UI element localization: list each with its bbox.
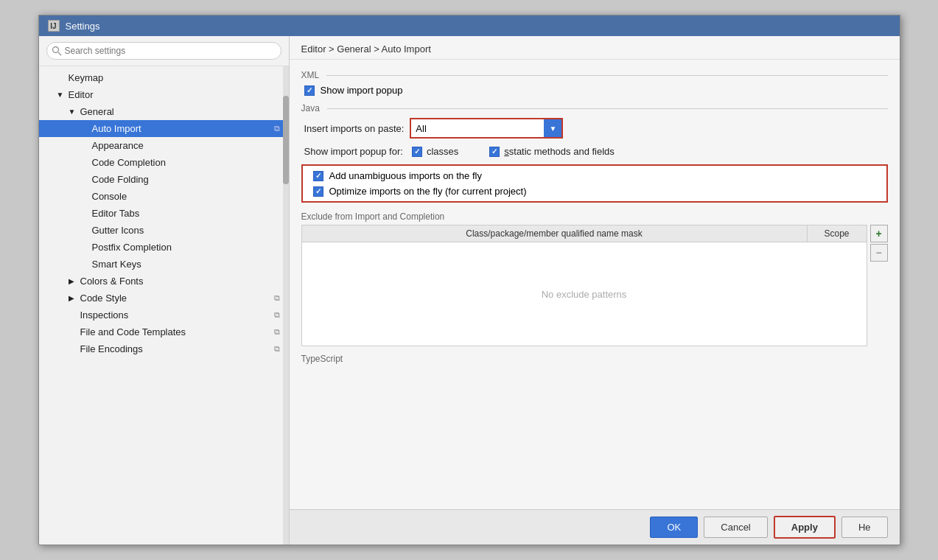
sidebar-item-general[interactable]: ▼ General	[39, 103, 289, 120]
ok-button[interactable]: OK	[650, 517, 698, 538]
java-section-label: Java	[301, 103, 888, 113]
sidebar-item-appearance[interactable]: Appearance	[39, 137, 289, 154]
fly-imports-box: Add unambiguous imports on the fly Optim…	[301, 164, 888, 203]
sidebar-item-file-code-templates[interactable]: File and Code Templates ⧉	[39, 323, 289, 340]
cancel-button[interactable]: Cancel	[704, 517, 767, 538]
sidebar-item-label: Colors & Fonts	[80, 276, 144, 287]
table-col-name: Class/package/member qualified name mask	[302, 225, 808, 242]
table-col-scope: Scope	[808, 225, 867, 242]
sidebar-item-label: File and Code Templates	[80, 326, 186, 337]
sidebar-item-label: Editor Tabs	[92, 208, 140, 219]
add-pattern-button[interactable]: +	[870, 225, 888, 242]
sidebar-item-code-style[interactable]: ▶ Code Style ⧉	[39, 290, 289, 307]
exclude-section: Exclude from Import and Completion Class…	[301, 211, 888, 346]
sidebar-item-keymap[interactable]: Keymap	[39, 69, 289, 86]
settings-tree: Keymap ▼ Editor ▼ General Au	[39, 66, 289, 545]
arrow-icon: ▼	[57, 91, 66, 99]
exclude-table-area: Class/package/member qualified name mask…	[301, 225, 888, 346]
arrow-icon: ▶	[69, 277, 77, 285]
sidebar-item-console[interactable]: Console	[39, 188, 289, 205]
sidebar-item-postfix-completion[interactable]: Postfix Completion	[39, 239, 289, 256]
sidebar-item-label: General	[80, 106, 114, 117]
sidebar-item-editor-tabs[interactable]: Editor Tabs	[39, 205, 289, 222]
add-unambiguous-checkbox[interactable]	[313, 171, 323, 181]
static-methods-label: sstatic methods and fields	[504, 146, 615, 157]
sidebar-item-gutter-icons[interactable]: Gutter Icons	[39, 222, 289, 239]
xml-show-import-popup-row: Show import popup	[301, 85, 888, 96]
insert-imports-dropdown[interactable]: ▼	[410, 118, 563, 139]
exclude-title: Exclude from Import and Completion	[301, 211, 888, 222]
add-unambiguous-row: Add unambiguous imports on the fly	[310, 170, 879, 181]
arrow-icon: ▶	[69, 294, 77, 302]
settings-window: IJ Settings Keymap ▼ Editor	[38, 15, 900, 545]
sidebar-item-label: Keymap	[69, 72, 104, 83]
copy-icon: ⧉	[274, 124, 280, 133]
add-unambiguous-label: Add unambiguous imports on the fly	[329, 170, 482, 181]
sidebar-item-code-completion[interactable]: Code Completion	[39, 154, 289, 171]
xml-show-import-popup-checkbox[interactable]	[304, 85, 315, 96]
settings-panel: XML Show import popup Java Insert import…	[290, 60, 900, 509]
search-box	[39, 36, 289, 66]
window-title: Settings	[66, 21, 100, 32]
table-empty-label: No exclude patterns	[542, 289, 627, 300]
main-content: Editor > General > Auto Import XML Show …	[290, 36, 900, 545]
copy-icon: ⧉	[274, 344, 280, 354]
scrollbar-thumb[interactable]	[283, 96, 289, 184]
insert-imports-label: Insert imports on paste:	[304, 123, 405, 134]
sidebar: Keymap ▼ Editor ▼ General Au	[39, 36, 290, 545]
xml-show-import-popup-label: Show import popup	[321, 85, 403, 96]
breadcrumb: Editor > General > Auto Import	[290, 36, 900, 60]
help-button[interactable]: He	[841, 517, 888, 538]
sidebar-item-label: Inspections	[80, 309, 129, 321]
sidebar-item-auto-import[interactable]: Auto Import ⧉	[39, 120, 289, 137]
copy-icon: ⧉	[274, 327, 280, 337]
insert-imports-input[interactable]	[411, 121, 544, 136]
sidebar-item-smart-keys[interactable]: Smart Keys	[39, 256, 289, 273]
sidebar-item-editor[interactable]: ▼ Editor	[39, 86, 289, 103]
arrow-icon: ▼	[69, 108, 77, 116]
title-bar: IJ Settings	[39, 15, 900, 36]
table-header: Class/package/member qualified name mask…	[302, 225, 867, 242]
show-import-popup-label: Show import popup for:	[304, 146, 403, 157]
sidebar-item-label: Auto Import	[92, 123, 141, 134]
sidebar-item-colors-fonts[interactable]: ▶ Colors & Fonts	[39, 273, 289, 290]
sidebar-item-label: Smart Keys	[92, 259, 141, 270]
sidebar-scroll: Keymap ▼ Editor ▼ General Au	[39, 66, 289, 545]
insert-imports-row: Insert imports on paste: ▼	[301, 118, 888, 139]
xml-section-label: XML	[301, 70, 888, 80]
show-import-popup-row: Show import popup for: classes sstatic m…	[301, 146, 888, 157]
sidebar-item-code-folding[interactable]: Code Folding	[39, 171, 289, 188]
sidebar-item-label: Editor	[69, 89, 94, 100]
sidebar-item-file-encodings[interactable]: File Encodings ⧉	[39, 340, 289, 357]
classes-checkbox[interactable]	[412, 147, 422, 157]
static-methods-checkbox-group: sstatic methods and fields	[489, 146, 615, 157]
sidebar-item-label: Code Folding	[92, 174, 149, 185]
table-body: No exclude patterns	[302, 242, 867, 346]
optimize-imports-row: Optimize imports on the fly (for current…	[310, 186, 879, 197]
exclude-table: Class/package/member qualified name mask…	[301, 225, 867, 346]
dropdown-arrow-icon[interactable]: ▼	[544, 119, 561, 137]
table-side-buttons: + −	[870, 225, 888, 346]
sidebar-item-label: Code Completion	[92, 157, 166, 168]
typescript-section-label: TypeScript	[301, 354, 888, 364]
app-icon: IJ	[48, 20, 60, 32]
sidebar-item-label: Postfix Completion	[92, 242, 172, 253]
sidebar-item-label: File Encodings	[80, 343, 143, 354]
search-input[interactable]	[46, 42, 281, 60]
classes-label: classes	[427, 146, 458, 157]
bottom-bar: OK Cancel Apply He	[290, 509, 900, 545]
sidebar-scrollbar[interactable]	[283, 66, 289, 545]
remove-pattern-button[interactable]: −	[870, 244, 888, 262]
sidebar-item-label: Appearance	[92, 140, 144, 151]
sidebar-item-label: Gutter Icons	[92, 225, 144, 236]
classes-checkbox-group: classes	[412, 146, 458, 157]
optimize-imports-label: Optimize imports on the fly (for current…	[329, 186, 527, 197]
sidebar-item-inspections[interactable]: Inspections ⧉	[39, 307, 289, 323]
copy-icon: ⧉	[274, 310, 280, 320]
apply-button[interactable]: Apply	[774, 516, 836, 539]
content-area: Keymap ▼ Editor ▼ General Au	[39, 36, 900, 545]
exclude-table-container: Class/package/member qualified name mask…	[301, 225, 867, 346]
optimize-imports-checkbox[interactable]	[313, 186, 323, 197]
sidebar-item-label: Code Style	[80, 293, 127, 304]
static-methods-checkbox[interactable]	[489, 147, 500, 157]
